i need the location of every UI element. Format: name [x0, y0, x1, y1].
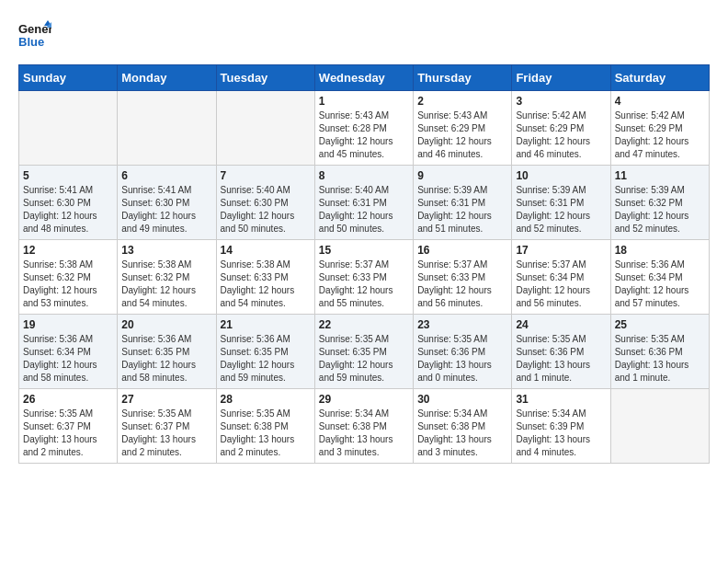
- calendar-cell: 5Sunrise: 5:41 AM Sunset: 6:30 PM Daylig…: [19, 166, 118, 240]
- calendar-cell: 9Sunrise: 5:39 AM Sunset: 6:31 PM Daylig…: [414, 166, 512, 240]
- calendar-cell: 22Sunrise: 5:35 AM Sunset: 6:35 PM Dayli…: [314, 315, 413, 389]
- calendar-table: SundayMondayTuesdayWednesdayThursdayFrid…: [18, 64, 710, 464]
- day-number: 27: [121, 393, 211, 406]
- day-header-tuesday: Tuesday: [216, 65, 314, 91]
- calendar-week-row: 1Sunrise: 5:43 AM Sunset: 6:28 PM Daylig…: [19, 91, 710, 166]
- logo: General Blue: [18, 18, 51, 55]
- day-number: 17: [516, 244, 606, 257]
- calendar-week-row: 19Sunrise: 5:36 AM Sunset: 6:34 PM Dayli…: [19, 315, 710, 389]
- calendar-cell: 24Sunrise: 5:35 AM Sunset: 6:36 PM Dayli…: [512, 315, 610, 389]
- calendar-cell: 26Sunrise: 5:35 AM Sunset: 6:37 PM Dayli…: [19, 389, 118, 464]
- day-info: Sunrise: 5:40 AM Sunset: 6:30 PM Dayligh…: [221, 184, 311, 236]
- day-info: Sunrise: 5:36 AM Sunset: 6:35 PM Dayligh…: [121, 333, 211, 385]
- day-info: Sunrise: 5:37 AM Sunset: 6:34 PM Dayligh…: [516, 259, 606, 310]
- calendar-cell: 13Sunrise: 5:38 AM Sunset: 6:32 PM Dayli…: [118, 240, 216, 315]
- day-number: 31: [516, 393, 606, 406]
- day-number: 13: [121, 244, 211, 257]
- calendar-cell: 10Sunrise: 5:39 AM Sunset: 6:31 PM Dayli…: [512, 166, 610, 240]
- calendar-week-row: 5Sunrise: 5:41 AM Sunset: 6:30 PM Daylig…: [19, 166, 710, 240]
- day-number: 21: [221, 318, 311, 331]
- day-header-saturday: Saturday: [610, 65, 709, 91]
- calendar-cell: 14Sunrise: 5:38 AM Sunset: 6:33 PM Dayli…: [216, 240, 314, 315]
- calendar-cell: 31Sunrise: 5:34 AM Sunset: 6:39 PM Dayli…: [512, 389, 610, 464]
- svg-text:Blue: Blue: [18, 35, 44, 49]
- day-info: Sunrise: 5:43 AM Sunset: 6:29 PM Dayligh…: [417, 109, 507, 161]
- day-number: 8: [319, 169, 409, 182]
- day-info: Sunrise: 5:42 AM Sunset: 6:29 PM Dayligh…: [615, 109, 705, 161]
- calendar-cell: 3Sunrise: 5:42 AM Sunset: 6:29 PM Daylig…: [512, 91, 610, 166]
- day-number: 2: [417, 95, 507, 108]
- calendar-cell: [610, 389, 709, 464]
- day-number: 4: [615, 95, 705, 108]
- day-info: Sunrise: 5:35 AM Sunset: 6:35 PM Dayligh…: [319, 333, 409, 385]
- day-number: 22: [319, 318, 409, 331]
- day-number: 16: [417, 244, 507, 257]
- day-number: 15: [319, 244, 409, 257]
- logo-icon: General Blue: [18, 18, 51, 52]
- day-info: Sunrise: 5:34 AM Sunset: 6:38 PM Dayligh…: [319, 408, 409, 459]
- day-info: Sunrise: 5:38 AM Sunset: 6:32 PM Dayligh…: [121, 259, 211, 310]
- day-info: Sunrise: 5:39 AM Sunset: 6:31 PM Dayligh…: [516, 184, 606, 236]
- day-info: Sunrise: 5:36 AM Sunset: 6:35 PM Dayligh…: [221, 333, 311, 385]
- calendar-cell: 11Sunrise: 5:39 AM Sunset: 6:32 PM Dayli…: [610, 166, 709, 240]
- page-header: General Blue: [18, 18, 710, 55]
- day-number: 26: [23, 393, 113, 406]
- day-number: 29: [319, 393, 409, 406]
- calendar-cell: 25Sunrise: 5:35 AM Sunset: 6:36 PM Dayli…: [610, 315, 709, 389]
- day-header-sunday: Sunday: [19, 65, 118, 91]
- day-header-wednesday: Wednesday: [314, 65, 413, 91]
- day-number: 20: [121, 318, 211, 331]
- day-number: 25: [615, 318, 705, 331]
- day-info: Sunrise: 5:37 AM Sunset: 6:33 PM Dayligh…: [417, 259, 507, 310]
- calendar-cell: [118, 91, 216, 166]
- day-info: Sunrise: 5:35 AM Sunset: 6:38 PM Dayligh…: [221, 408, 311, 459]
- day-header-thursday: Thursday: [414, 65, 512, 91]
- day-number: 18: [615, 244, 705, 257]
- calendar-cell: 1Sunrise: 5:43 AM Sunset: 6:28 PM Daylig…: [314, 91, 413, 166]
- day-info: Sunrise: 5:35 AM Sunset: 6:36 PM Dayligh…: [417, 333, 507, 385]
- day-info: Sunrise: 5:39 AM Sunset: 6:31 PM Dayligh…: [417, 184, 507, 236]
- day-number: 12: [23, 244, 113, 257]
- day-info: Sunrise: 5:40 AM Sunset: 6:31 PM Dayligh…: [319, 184, 409, 236]
- calendar-cell: 29Sunrise: 5:34 AM Sunset: 6:38 PM Dayli…: [314, 389, 413, 464]
- calendar-cell: 15Sunrise: 5:37 AM Sunset: 6:33 PM Dayli…: [314, 240, 413, 315]
- days-header-row: SundayMondayTuesdayWednesdayThursdayFrid…: [19, 65, 710, 91]
- day-info: Sunrise: 5:35 AM Sunset: 6:36 PM Dayligh…: [516, 333, 606, 385]
- calendar-cell: 16Sunrise: 5:37 AM Sunset: 6:33 PM Dayli…: [414, 240, 512, 315]
- day-info: Sunrise: 5:39 AM Sunset: 6:32 PM Dayligh…: [615, 184, 705, 236]
- day-info: Sunrise: 5:43 AM Sunset: 6:28 PM Dayligh…: [319, 109, 409, 161]
- calendar-cell: [19, 91, 118, 166]
- day-number: 6: [121, 169, 211, 182]
- day-info: Sunrise: 5:37 AM Sunset: 6:33 PM Dayligh…: [319, 259, 409, 310]
- calendar-week-row: 12Sunrise: 5:38 AM Sunset: 6:32 PM Dayli…: [19, 240, 710, 315]
- calendar-cell: 23Sunrise: 5:35 AM Sunset: 6:36 PM Dayli…: [414, 315, 512, 389]
- day-header-friday: Friday: [512, 65, 610, 91]
- day-info: Sunrise: 5:35 AM Sunset: 6:37 PM Dayligh…: [121, 408, 211, 459]
- calendar-cell: 28Sunrise: 5:35 AM Sunset: 6:38 PM Dayli…: [216, 389, 314, 464]
- day-number: 24: [516, 318, 606, 331]
- calendar-cell: 2Sunrise: 5:43 AM Sunset: 6:29 PM Daylig…: [414, 91, 512, 166]
- day-info: Sunrise: 5:35 AM Sunset: 6:36 PM Dayligh…: [615, 333, 705, 385]
- day-number: 7: [221, 169, 311, 182]
- calendar-cell: [216, 91, 314, 166]
- calendar-cell: 17Sunrise: 5:37 AM Sunset: 6:34 PM Dayli…: [512, 240, 610, 315]
- day-info: Sunrise: 5:38 AM Sunset: 6:33 PM Dayligh…: [221, 259, 311, 310]
- day-info: Sunrise: 5:41 AM Sunset: 6:30 PM Dayligh…: [23, 184, 113, 236]
- day-number: 1: [319, 95, 409, 108]
- calendar-cell: 19Sunrise: 5:36 AM Sunset: 6:34 PM Dayli…: [19, 315, 118, 389]
- day-info: Sunrise: 5:36 AM Sunset: 6:34 PM Dayligh…: [615, 259, 705, 310]
- day-number: 19: [23, 318, 113, 331]
- day-info: Sunrise: 5:34 AM Sunset: 6:39 PM Dayligh…: [516, 408, 606, 459]
- calendar-cell: 27Sunrise: 5:35 AM Sunset: 6:37 PM Dayli…: [118, 389, 216, 464]
- calendar-cell: 8Sunrise: 5:40 AM Sunset: 6:31 PM Daylig…: [314, 166, 413, 240]
- day-info: Sunrise: 5:35 AM Sunset: 6:37 PM Dayligh…: [23, 408, 113, 459]
- day-number: 10: [516, 169, 606, 182]
- day-info: Sunrise: 5:36 AM Sunset: 6:34 PM Dayligh…: [23, 333, 113, 385]
- day-info: Sunrise: 5:38 AM Sunset: 6:32 PM Dayligh…: [23, 259, 113, 310]
- calendar-cell: 12Sunrise: 5:38 AM Sunset: 6:32 PM Dayli…: [19, 240, 118, 315]
- day-info: Sunrise: 5:34 AM Sunset: 6:38 PM Dayligh…: [417, 408, 507, 459]
- calendar-cell: 18Sunrise: 5:36 AM Sunset: 6:34 PM Dayli…: [610, 240, 709, 315]
- day-info: Sunrise: 5:42 AM Sunset: 6:29 PM Dayligh…: [516, 109, 606, 161]
- day-number: 11: [615, 169, 705, 182]
- calendar-cell: 6Sunrise: 5:41 AM Sunset: 6:30 PM Daylig…: [118, 166, 216, 240]
